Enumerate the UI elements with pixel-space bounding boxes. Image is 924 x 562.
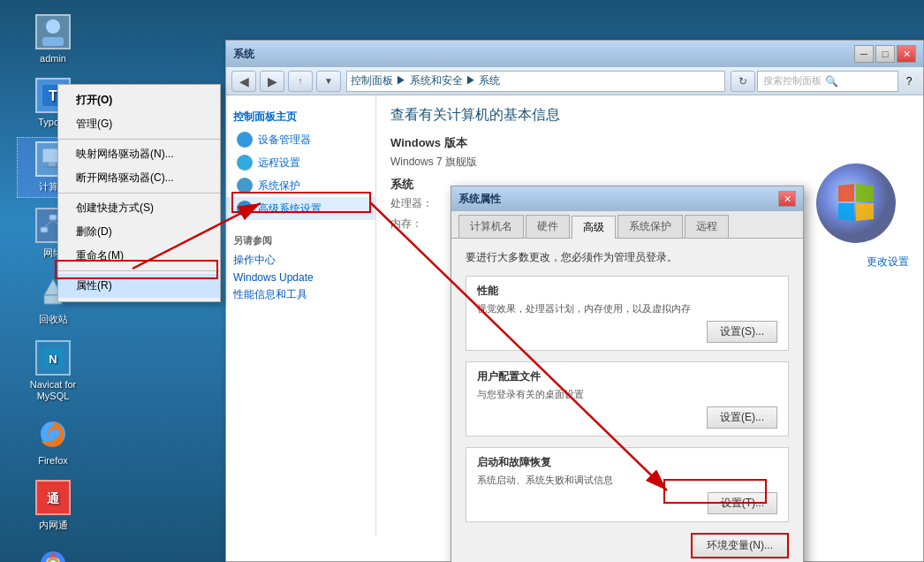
dialog-content: 要进行大多数更改，您必须作为管理员登录。 性能 视觉效果，处理器计划，内存使用，… — [451, 239, 803, 562]
svg-rect-6 — [46, 166, 58, 168]
firefox-label: Firefox — [38, 455, 68, 466]
menu-item-rename[interactable]: 重命名(M) — [58, 244, 220, 268]
dialog-tabs: 计算机名 硬件 高级 系统保护 远程 — [451, 211, 803, 239]
tongxin-label: 内网通 — [39, 519, 68, 532]
window-controls: ─ □ ✕ — [854, 45, 916, 63]
startup-recovery-text: 系统启动、系统失败和调试信息 — [477, 474, 777, 487]
sidebar-device-label: 设备管理器 — [258, 133, 311, 148]
tab-remote[interactable]: 远程 — [685, 215, 729, 238]
tongxin-icon: 通 — [35, 480, 71, 515]
desktop-icon-tongxin[interactable]: 通 内网通 — [18, 476, 88, 535]
env-variables-button[interactable]: 环境变量(N)... — [691, 533, 789, 558]
change-settings-text[interactable]: 更改设置 — [867, 255, 909, 268]
menu-separator-2 — [58, 193, 220, 194]
back-button[interactable]: ◀ — [231, 71, 256, 92]
tab-sys-protect[interactable]: 系统保护 — [617, 215, 683, 238]
desktop-icon-firefox[interactable]: Firefox — [18, 413, 88, 469]
close-button[interactable]: ✕ — [897, 45, 916, 63]
svg-point-0 — [46, 19, 60, 34]
sys-protect-icon — [237, 178, 253, 194]
perf-info-link[interactable]: 性能信息和工具 — [233, 287, 368, 302]
menu-separator-1 — [58, 139, 220, 140]
dropdown-button[interactable]: ▼ — [316, 71, 341, 92]
dialog-titlebar: 系统属性 ✕ — [451, 186, 803, 211]
desktop-icon-chrome[interactable]: GoogleChrome — [18, 543, 88, 562]
windows-update-link[interactable]: Windows Update — [233, 271, 368, 284]
sidebar-sys-protect[interactable]: 系统保护 — [226, 174, 375, 197]
forward-button[interactable]: ▶ — [260, 71, 284, 92]
svg-rect-7 — [49, 215, 57, 220]
performance-text: 视觉效果，处理器计划，内存使用，以及虚拟内存 — [477, 302, 777, 315]
recycle-label: 回收站 — [39, 313, 68, 326]
startup-recovery-title: 启动和故障恢复 — [477, 455, 777, 470]
address-text: 控制面板 ▶ 系统和安全 ▶ 系统 — [351, 73, 500, 88]
sidebar-protect-label: 系统保护 — [258, 178, 300, 194]
tab-advanced[interactable]: 高级 — [572, 216, 616, 239]
windows-logo-area — [812, 159, 909, 247]
sys-props-dialog: 系统属性 ✕ 计算机名 硬件 高级 系统保护 远程 要进行大多数更改，您必须作为… — [451, 186, 804, 562]
desktop-icon-navicat[interactable]: N Navicat forMySQL — [18, 337, 88, 406]
sidebar-remote-label: 远程设置 — [258, 156, 300, 171]
desktop-icon-admin[interactable]: admin — [18, 11, 88, 67]
desktop: admin T Typora 计算机 — [0, 0, 924, 562]
also-see-section: 另请参阅 操作中心 Windows Update 性能信息和工具 — [226, 234, 375, 302]
svg-rect-1 — [42, 37, 64, 46]
tab-hardware[interactable]: 硬件 — [526, 215, 570, 238]
sidebar-device-manager[interactable]: 设备管理器 — [226, 128, 375, 151]
menu-item-delete[interactable]: 删除(D) — [58, 220, 220, 244]
svg-rect-8 — [41, 227, 48, 232]
help-button[interactable]: ? — [898, 71, 920, 92]
chrome-icon — [35, 546, 71, 562]
svg-rect-5 — [49, 163, 56, 166]
tab-computer-name[interactable]: 计算机名 — [458, 215, 524, 238]
svg-text:T: T — [49, 88, 57, 103]
firefox-icon — [35, 416, 71, 452]
window-titlebar: 系统 ─ □ ✕ — [226, 41, 923, 67]
svg-line-10 — [44, 220, 53, 227]
address-bar[interactable]: 控制面板 ▶ 系统和安全 ▶ 系统 — [346, 71, 725, 92]
refresh-button[interactable]: ↻ — [731, 71, 755, 92]
performance-section: 性能 视觉效果，处理器计划，内存使用，以及虚拟内存 设置(S)... — [466, 276, 789, 351]
admin-icon — [35, 14, 71, 49]
sidebar: 控制面板主页 设备管理器 远程设置 系统保护 高级系统设置 — [226, 95, 376, 536]
performance-settings-button[interactable]: 设置(S)... — [707, 321, 777, 343]
remote-settings-icon — [237, 155, 253, 171]
search-box[interactable]: 搜索控制面板 🔍 — [757, 71, 898, 92]
menu-item-create-shortcut[interactable]: 创建快捷方式(S) — [58, 196, 220, 220]
search-icon: 🔍 — [825, 75, 838, 87]
menu-item-map-drive[interactable]: 映射网络驱动器(N)... — [58, 142, 220, 166]
sidebar-home-label: 控制面板主页 — [233, 110, 297, 125]
sidebar-advanced-settings[interactable]: 高级系统设置 — [226, 197, 375, 220]
action-center-link[interactable]: 操作中心 — [233, 253, 368, 268]
user-profiles-settings-button[interactable]: 设置(E)... — [707, 406, 777, 429]
menu-item-disconnect-drive[interactable]: 断开网络驱动器(C)... — [58, 166, 220, 190]
menu-item-open[interactable]: 打开(O) — [58, 88, 220, 112]
dialog-title: 系统属性 — [458, 192, 501, 207]
window-title: 系统 — [233, 47, 254, 62]
performance-title: 性能 — [477, 284, 777, 299]
performance-btn-area: 设置(S)... — [477, 321, 777, 343]
user-profiles-text: 与您登录有关的桌面设置 — [477, 388, 777, 401]
startup-recovery-btn-area: 设置(T)... — [477, 492, 777, 514]
svg-text:N: N — [49, 353, 57, 366]
menu-item-properties[interactable]: 属性(R) — [58, 274, 220, 298]
startup-recovery-settings-button[interactable]: 设置(T)... — [708, 492, 777, 514]
navicat-label: Navicat forMySQL — [30, 379, 77, 402]
also-see-title: 另请参阅 — [233, 234, 368, 247]
minimize-button[interactable]: ─ — [854, 45, 874, 63]
env-section: 环境变量(N)... — [466, 533, 789, 558]
maximize-button[interactable]: □ — [875, 45, 895, 63]
menu-item-manage[interactable]: 管理(G) — [58, 112, 220, 136]
sidebar-remote-settings[interactable]: 远程设置 — [226, 151, 375, 174]
context-menu: 打开(O) 管理(G) 映射网络驱动器(N)... 断开网络驱动器(C)... … — [57, 84, 221, 302]
user-profiles-section: 用户配置文件 与您登录有关的桌面设置 设置(E)... — [466, 361, 789, 437]
dialog-close-button[interactable]: ✕ — [778, 191, 796, 207]
windows-version-label: Windows 版本 — [390, 135, 909, 151]
sidebar-advanced-label: 高级系统设置 — [258, 201, 322, 216]
dialog-admin-note: 要进行大多数更改，您必须作为管理员登录。 — [466, 249, 789, 265]
up-button[interactable]: ↑ — [288, 71, 313, 92]
sidebar-home-link[interactable]: 控制面板主页 — [226, 103, 375, 128]
user-profiles-title: 用户配置文件 — [477, 369, 777, 384]
search-placeholder: 搜索控制面板 — [763, 74, 822, 87]
admin-label: admin — [40, 53, 66, 64]
